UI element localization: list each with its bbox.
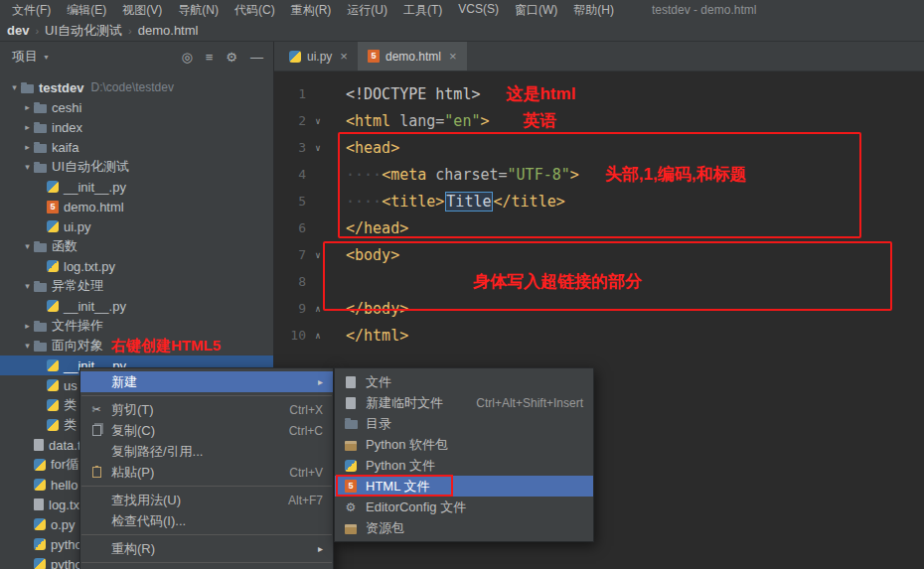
fold-marker-icon[interactable]: ∨ — [310, 116, 326, 126]
menubar-item[interactable]: 工具(T) — [395, 2, 450, 19]
project-panel-title[interactable]: 项目 — [12, 48, 38, 66]
menu-item[interactable]: 查找用法(U)Alt+F7 — [80, 490, 333, 510]
code-tokens: <!DOCTYPE html> — [346, 85, 480, 103]
menu-item-icon-slot: 5 — [343, 480, 359, 493]
fold-marker-icon[interactable]: ∧ — [310, 304, 326, 314]
tree-item-label: o.py — [51, 517, 76, 532]
menu-item-label: Python 软件包 — [366, 436, 448, 454]
code-line[interactable]: 4····<meta charset="UTF-8">头部,1,编码,和标题 — [274, 161, 924, 188]
tree-item[interactable]: ▾异常处理 — [0, 276, 273, 296]
tree-item[interactable]: ▸kaifa — [0, 137, 273, 157]
menu-item[interactable]: 目录 — [335, 413, 593, 434]
tree-item[interactable]: __init__.py — [0, 296, 273, 316]
tree-item-label: UI自动化测试 — [52, 158, 129, 176]
collapse-all-icon[interactable]: ≡ — [206, 51, 214, 64]
line-number: 5 — [274, 194, 306, 209]
python-file-icon — [47, 260, 59, 272]
menu-item[interactable]: 复制(C)Ctrl+C — [80, 420, 333, 441]
hide-panel-icon[interactable]: — — [250, 51, 263, 64]
tree-item-label: kaifa — [52, 140, 78, 155]
tab-ui-py[interactable]: ui.py × — [279, 42, 358, 71]
menu-item[interactable]: 新建▸ — [80, 371, 333, 392]
close-icon[interactable]: × — [340, 49, 348, 64]
tree-item[interactable]: 5demo.html — [0, 197, 273, 216]
tree-item[interactable]: ▾函数 — [0, 236, 273, 256]
chevron-down-icon[interactable]: ▾ — [21, 281, 34, 291]
menubar-item[interactable]: 导航(N) — [170, 2, 227, 19]
menu-item-label: HTML 文件 — [366, 478, 430, 496]
chevron-down-icon[interactable]: ▼ — [43, 54, 50, 61]
chevron-down-icon[interactable]: ▾ — [21, 162, 34, 172]
menubar-item[interactable]: 运行(U) — [339, 2, 395, 19]
menu-item[interactable]: 资源包 — [335, 517, 593, 538]
menu-item[interactable]: ⚙EditorConfig 文件 — [335, 497, 593, 517]
menu-item[interactable]: 复制路径/引用... — [80, 441, 333, 462]
tree-item-label: ceshi — [52, 100, 81, 115]
chevron-right-icon[interactable]: ▸ — [21, 122, 34, 132]
close-icon[interactable]: × — [449, 49, 457, 64]
paste-icon — [92, 467, 101, 478]
menu-item[interactable]: 检查代码(I)... — [80, 510, 333, 531]
code-line[interactable]: 6</head> — [274, 214, 924, 241]
tab-demo-html[interactable]: 5 demo.html × — [358, 42, 467, 71]
code-line[interactable]: 9∧</body> — [274, 295, 924, 322]
menu-item[interactable]: ✂剪切(T)Ctrl+X — [80, 399, 333, 420]
menubar-item[interactable]: 重构(R) — [283, 2, 340, 19]
chevron-down-icon[interactable]: ▾ — [8, 82, 21, 92]
chevron-right-icon[interactable]: ▸ — [21, 102, 34, 112]
tree-item[interactable]: ▸ceshi — [0, 97, 273, 117]
code-line[interactable]: 3∨<head> — [274, 134, 924, 161]
menu-item[interactable]: 粘贴(P)Ctrl+V — [80, 462, 333, 483]
menu-item[interactable]: 新建临时文件Ctrl+Alt+Shift+Insert — [335, 392, 593, 413]
tree-item[interactable]: ▸index — [0, 117, 273, 137]
python-file-icon — [34, 558, 46, 569]
breadcrumb-item-project[interactable]: dev — [3, 23, 33, 38]
fold-marker-icon[interactable]: ∨ — [310, 250, 326, 260]
chevron-down-icon[interactable]: ▾ — [21, 341, 34, 351]
tree-item[interactable]: ui.py — [0, 216, 273, 236]
breadcrumb-item-file[interactable]: demo.html — [134, 23, 203, 38]
project-toolbar-icons: ◎≡⚙— — [181, 51, 263, 64]
menu-item[interactable]: 5HTML 文件 — [335, 476, 593, 497]
python-file-icon — [47, 399, 59, 411]
tree-item-label: 面向对象 — [52, 337, 103, 355]
chevron-right-icon[interactable]: ▸ — [21, 142, 34, 152]
settings-gear-icon[interactable]: ⚙ — [226, 51, 237, 64]
tree-item[interactable]: ▸文件操作 — [0, 316, 273, 336]
fold-marker-icon[interactable]: ∧ — [310, 331, 326, 341]
menubar-item[interactable]: 窗口(W) — [507, 2, 565, 19]
tree-item-label: 类 — [64, 396, 77, 414]
menu-item[interactable]: Python 文件 — [335, 455, 593, 476]
menubar-item[interactable]: 文件(F) — [4, 2, 59, 19]
tree-item[interactable]: ▾UI自动化测试 — [0, 157, 273, 177]
menubar-item[interactable]: 帮助(H) — [565, 2, 622, 19]
code-line[interactable]: 2∨<html lang="en">英语 — [274, 107, 924, 134]
code-line[interactable]: 7∨<body> — [274, 241, 924, 268]
menubar-item[interactable]: 代码(C) — [227, 2, 283, 19]
menu-item[interactable]: Python 软件包 — [335, 434, 593, 455]
folder-icon — [34, 104, 47, 113]
line-number: 8 — [274, 274, 306, 289]
tab-label: demo.html — [385, 50, 441, 64]
menubar-item[interactable]: 编辑(E) — [59, 2, 114, 19]
chevron-right-icon[interactable]: ▸ — [21, 321, 34, 331]
locate-icon[interactable]: ◎ — [181, 51, 192, 64]
chevron-down-icon[interactable]: ▾ — [21, 241, 34, 251]
fold-marker-icon[interactable]: ∨ — [310, 143, 326, 153]
code-line[interactable]: 1<!DOCTYPE html>这是html — [274, 80, 924, 107]
menubar-item[interactable]: 视图(V) — [114, 2, 170, 19]
menubar-item[interactable]: VCS(S) — [450, 2, 507, 19]
breadcrumb-item-folder[interactable]: UI自动化测试 — [41, 22, 126, 40]
tree-item[interactable]: log.txt.py — [0, 256, 273, 276]
menu-item-icon-slot: ✂ — [88, 404, 104, 415]
code-tokens: ····<title>Title</title> — [346, 193, 565, 211]
menu-item[interactable]: 重构(R)▸ — [80, 538, 333, 559]
tree-item[interactable]: ▾面向对象右键创建HTML5 — [0, 336, 273, 356]
code-line[interactable]: 10∧</html> — [274, 322, 924, 349]
menu-item[interactable]: 文件 — [335, 371, 593, 392]
code-line[interactable]: 8身体写入超链接的部分 — [274, 268, 924, 295]
editor-tabbar: ui.py × 5 demo.html × — [274, 42, 924, 71]
tree-item[interactable]: __init__.py — [0, 177, 273, 197]
tree-item[interactable]: ▾testdevD:\code\testdev — [0, 77, 273, 97]
code-line[interactable]: 5····<title>Title</title> — [274, 188, 924, 214]
